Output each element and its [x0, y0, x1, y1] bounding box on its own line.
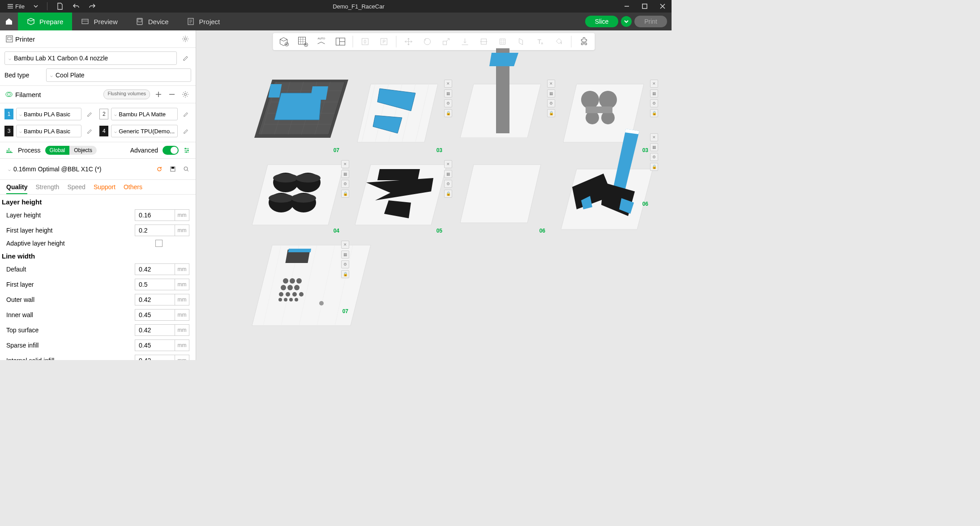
plate-arrange-icon[interactable]: ▦	[650, 143, 658, 151]
tab-strength[interactable]: Strength	[35, 183, 59, 194]
printer-select[interactable]: ⌵ Bambu Lab X1 Carbon 0.4 nozzle	[4, 51, 177, 65]
move-icon[interactable]	[402, 35, 415, 48]
plate-lock-icon[interactable]: 🔒	[444, 109, 452, 117]
file-menu[interactable]: File	[4, 1, 28, 12]
filament-edit-icon[interactable]	[180, 109, 191, 119]
maximize-icon[interactable]	[636, 0, 654, 13]
rotate-icon[interactable]	[421, 35, 434, 48]
filament-swatch[interactable]: 2	[99, 109, 108, 119]
mesh-icon[interactable]	[496, 35, 509, 48]
print-button[interactable]: Print	[634, 16, 667, 27]
setting-checkbox[interactable]	[155, 240, 163, 247]
plate-close-icon[interactable]: ✕	[650, 133, 658, 141]
add-filament-icon[interactable]	[154, 89, 163, 99]
tab-speed[interactable]: Speed	[67, 183, 85, 194]
tab-quality[interactable]: Quality	[6, 183, 27, 194]
tab-support[interactable]: Support	[94, 183, 116, 194]
slice-dropdown[interactable]	[621, 16, 632, 27]
slice-button[interactable]: Slice	[585, 16, 618, 27]
plate-settings-icon[interactable]: ⚙	[444, 99, 452, 107]
remove-filament-icon[interactable]	[167, 89, 177, 99]
filament-select[interactable]: ⌵Bambu PLA Basic	[16, 125, 81, 137]
process-objects[interactable]: Objects	[69, 146, 97, 155]
filament-swatch[interactable]: 4	[99, 126, 108, 136]
filament-edit-icon[interactable]	[180, 126, 191, 136]
setting-input[interactable]	[135, 309, 175, 321]
redo-icon[interactable]	[85, 1, 99, 12]
setting-input[interactable]	[135, 294, 175, 305]
filament-select[interactable]: ⌵Bambu PLA Matte	[111, 108, 178, 120]
setting-input[interactable]	[135, 279, 175, 290]
filament-edit-icon[interactable]	[84, 126, 95, 136]
plate-settings-icon[interactable]: ⚙	[650, 153, 658, 161]
auto-arrange-icon[interactable]: AUTO	[315, 35, 329, 48]
tab-project[interactable]: Project	[178, 13, 229, 30]
scale-icon[interactable]	[440, 35, 453, 48]
setting-input[interactable]	[135, 263, 175, 275]
plate-lock-icon[interactable]: 🔒	[341, 190, 349, 198]
build-plate[interactable]: ✕ ▦ ⚙ 🔒 05	[353, 156, 442, 232]
place-icon[interactable]	[458, 35, 472, 48]
plate-settings-icon[interactable]: ⚙	[547, 99, 555, 107]
filament-swatch[interactable]: 3	[4, 126, 13, 136]
plate-arrange-icon[interactable]: ▦	[444, 170, 452, 178]
build-plate[interactable]: ✕ ▦ ⚙ 🔒	[456, 75, 545, 151]
setting-input[interactable]	[135, 355, 175, 360]
plate-close-icon[interactable]: ✕	[547, 80, 555, 88]
search-preset-icon[interactable]	[181, 164, 191, 174]
add-plate-icon[interactable]	[296, 35, 310, 48]
setting-input[interactable]	[135, 209, 175, 221]
home-button[interactable]	[0, 13, 18, 30]
tune-icon[interactable]	[183, 147, 190, 154]
plate-settings-icon[interactable]: ⚙	[341, 260, 349, 268]
tab-others[interactable]: Others	[124, 183, 142, 194]
save-preset-icon[interactable]	[168, 164, 178, 174]
process-preset-select[interactable]: ⌵ 0.16mm Optimal @BBL X1C (*)	[4, 162, 152, 176]
build-plate[interactable]: ✕ ▦ ⚙ 🔒 03	[353, 75, 442, 151]
layout-icon[interactable]	[334, 35, 347, 48]
filament-edit-icon[interactable]	[84, 109, 95, 119]
build-plate[interactable]: ✕ ▦ ⚙ 🔒 06	[559, 129, 648, 205]
build-plate[interactable]: 06	[456, 156, 545, 232]
tab-prepare[interactable]: Prepare	[18, 13, 72, 30]
filament-select[interactable]: ⌵Bambu PLA Basic	[16, 108, 81, 120]
add-cube-icon[interactable]	[278, 35, 291, 48]
plate-close-icon[interactable]: ✕	[444, 160, 452, 168]
process-scope-toggle[interactable]: Global Objects	[45, 146, 97, 155]
filament-settings-gear-icon[interactable]	[180, 89, 190, 99]
assembly-icon[interactable]	[577, 35, 591, 48]
tool-icon[interactable]: P	[377, 35, 391, 48]
undo-icon[interactable]	[69, 1, 83, 12]
plate-arrange-icon[interactable]: ▦	[341, 250, 349, 259]
tab-preview[interactable]: Preview	[72, 13, 126, 30]
printer-edit-icon[interactable]	[180, 53, 191, 64]
advanced-toggle[interactable]	[163, 146, 179, 155]
printer-settings-gear-icon[interactable]	[180, 34, 190, 44]
build-plate[interactable]: ✕ ▦ ⚙ 🔒 04	[250, 156, 339, 232]
setting-input[interactable]	[135, 324, 175, 336]
plate-arrange-icon[interactable]: ▦	[547, 89, 555, 98]
process-global[interactable]: Global	[45, 146, 70, 155]
setting-input[interactable]	[135, 225, 175, 236]
viewport-3d[interactable]: AUTO 0 P Ta	[196, 30, 672, 360]
support-paint-icon[interactable]	[515, 35, 528, 48]
plate-arrange-icon[interactable]: ▦	[650, 89, 658, 98]
plate-lock-icon[interactable]: 🔒	[650, 109, 658, 117]
cut-icon[interactable]	[477, 35, 491, 48]
plate-close-icon[interactable]: ✕	[341, 241, 349, 249]
new-file-icon[interactable]	[53, 1, 67, 12]
plate-close-icon[interactable]: ✕	[341, 160, 349, 168]
filament-swatch[interactable]: 1	[4, 109, 13, 119]
plate-settings-icon[interactable]: ⚙	[444, 180, 452, 188]
plate-lock-icon[interactable]: 🔒	[650, 163, 658, 171]
color-paint-icon[interactable]	[552, 35, 566, 48]
plate-lock-icon[interactable]: 🔒	[444, 190, 452, 198]
close-icon[interactable]	[654, 0, 672, 13]
tool-icon[interactable]: 0	[359, 35, 372, 48]
plate-settings-icon[interactable]: ⚙	[650, 99, 658, 107]
plate-lock-icon[interactable]: 🔒	[341, 270, 349, 278]
text-icon[interactable]: Ta	[534, 35, 547, 48]
flushing-volumes-button[interactable]: Flushing volumes	[103, 89, 150, 99]
tab-device[interactable]: Device	[127, 13, 178, 30]
bed-type-select[interactable]: ⌵ Cool Plate	[46, 68, 191, 82]
